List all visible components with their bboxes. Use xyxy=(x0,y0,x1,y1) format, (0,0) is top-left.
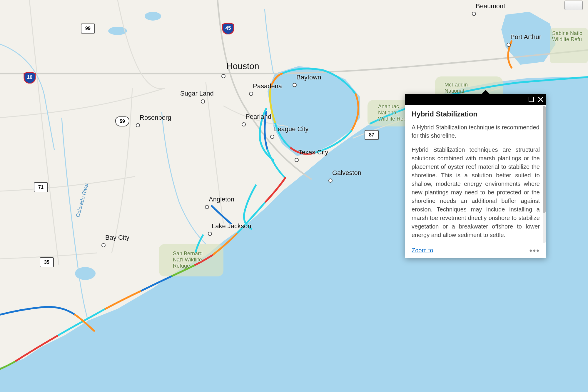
map-tool-button[interactable] xyxy=(564,1,583,10)
popup-footer: Zoom to ••• xyxy=(405,243,546,258)
popup-scrollbar[interactable] xyxy=(543,106,546,243)
dot-houston xyxy=(221,74,225,78)
label-rosenberg: Rosenberg xyxy=(140,114,171,121)
shield-us59: 59 xyxy=(115,116,129,126)
zoom-to-link[interactable]: Zoom to xyxy=(412,247,433,254)
shield-tx35: 35 xyxy=(40,257,54,267)
label-angleton: Angleton xyxy=(209,196,234,203)
svg-point-1 xyxy=(145,12,161,21)
popup-intro: A Hybrid Stabilization technique is reco… xyxy=(412,123,540,140)
label-galveston: Galveston xyxy=(332,169,361,177)
dot-lakejackson xyxy=(208,232,212,236)
label-sugarland: Sugar Land xyxy=(180,90,214,97)
label-pasadena: Pasadena xyxy=(253,82,282,90)
dot-galveston xyxy=(328,179,333,183)
dot-texascity xyxy=(295,158,299,162)
shield-i10: 10 xyxy=(24,71,36,84)
dot-baytown xyxy=(293,83,297,87)
shield-i45: 45 xyxy=(222,22,234,34)
label-houston: Houston xyxy=(226,61,259,71)
label-leaguecity: League City xyxy=(274,125,308,133)
popup-pointer xyxy=(482,90,490,94)
label-baytown: Baytown xyxy=(296,74,321,81)
dot-sugarland xyxy=(201,99,205,104)
shield-tx99: 99 xyxy=(81,24,95,34)
maximize-icon[interactable] xyxy=(529,97,534,102)
dot-pearland xyxy=(242,122,246,126)
label-mcfaddin: McFaddin National xyxy=(445,82,468,94)
svg-rect-7 xyxy=(529,97,534,102)
dot-baycity xyxy=(101,243,106,247)
more-actions-icon[interactable]: ••• xyxy=(529,248,540,253)
label-lakejackson: Lake Jackson xyxy=(212,222,251,230)
dot-pasadena xyxy=(249,92,253,96)
dot-angleton xyxy=(205,205,209,209)
label-sanbernard: San Bernard Nat'l Wildlife Refuge xyxy=(173,251,203,269)
close-icon[interactable] xyxy=(538,97,543,102)
label-texascity: Texas City xyxy=(298,149,328,156)
dot-rosenberg xyxy=(136,123,140,127)
popup-title: Hybrid Stabilization xyxy=(412,110,540,120)
label-anahuac: Anahuac National Wildlife Re... xyxy=(378,104,408,122)
popup-header xyxy=(405,94,546,105)
popup-description: Hybrid Stabilization techniques are stru… xyxy=(412,146,540,239)
shield-tx71: 71 xyxy=(34,182,48,192)
popup-scroll-thumb[interactable] xyxy=(543,106,546,213)
label-sabine: Sabine Natio Wildlife Refu xyxy=(552,30,582,43)
label-pearland: Pearland xyxy=(245,113,271,121)
dot-beaumont xyxy=(472,12,476,16)
dot-portarthur xyxy=(507,43,511,47)
dot-leaguecity xyxy=(270,135,274,139)
label-baycity: Bay City xyxy=(105,234,129,241)
label-portarthur: Port Arthur xyxy=(510,33,541,41)
shield-tx87: 87 xyxy=(365,130,379,140)
popup-body: Hybrid Stabilization A Hybrid Stabilizat… xyxy=(405,105,546,243)
label-beaumont: Beaumont xyxy=(476,2,505,10)
info-popup: Hybrid Stabilization A Hybrid Stabilizat… xyxy=(405,94,546,258)
